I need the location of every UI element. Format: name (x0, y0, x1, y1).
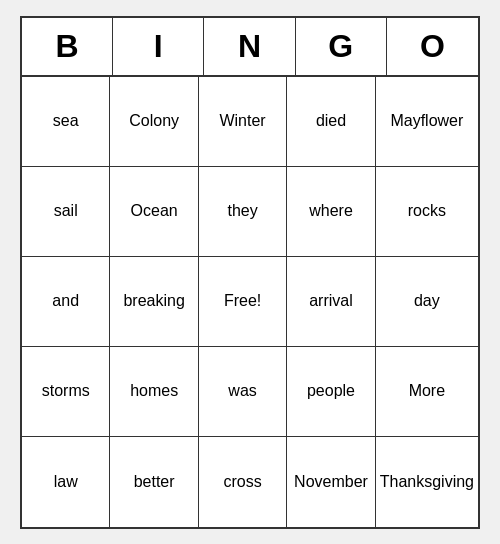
cell-text-22: cross (223, 473, 261, 491)
cell-text-21: better (134, 473, 175, 491)
cell-text-5: sail (54, 202, 78, 220)
cell-text-14: day (414, 292, 440, 310)
header-letter-n: N (204, 18, 295, 75)
cell-0: sea (22, 77, 110, 167)
cell-text-13: arrival (309, 292, 353, 310)
cell-11: breaking (110, 257, 198, 347)
cell-text-12: Free! (224, 292, 261, 310)
cell-14: day (376, 257, 478, 347)
cell-text-3: died (316, 112, 346, 130)
cell-12: Free! (199, 257, 287, 347)
cell-17: was (199, 347, 287, 437)
cell-text-20: law (54, 473, 78, 491)
header-letter-b: B (22, 18, 113, 75)
cell-23: November (287, 437, 375, 527)
cell-text-18: people (307, 382, 355, 400)
cell-text-6: Ocean (131, 202, 178, 220)
cell-9: rocks (376, 167, 478, 257)
cell-text-16: homes (130, 382, 178, 400)
cell-text-0: sea (53, 112, 79, 130)
header-letter-g: G (296, 18, 387, 75)
cell-5: sail (22, 167, 110, 257)
cell-18: people (287, 347, 375, 437)
cell-3: died (287, 77, 375, 167)
cell-text-17: was (228, 382, 256, 400)
cell-text-7: they (227, 202, 257, 220)
cell-7: they (199, 167, 287, 257)
header-letter-o: O (387, 18, 478, 75)
cell-text-1: Colony (129, 112, 179, 130)
cell-4: Mayflower (376, 77, 478, 167)
bingo-card: BINGO seaColonyWinterdiedMayflowersailOc… (20, 16, 480, 529)
cell-16: homes (110, 347, 198, 437)
cell-13: arrival (287, 257, 375, 347)
cell-text-24: Thanksgiving (380, 473, 474, 491)
cell-text-19: More (409, 382, 445, 400)
cell-text-15: storms (42, 382, 90, 400)
cell-20: law (22, 437, 110, 527)
cell-text-2: Winter (219, 112, 265, 130)
cell-6: Ocean (110, 167, 198, 257)
cell-text-4: Mayflower (390, 112, 463, 130)
cell-2: Winter (199, 77, 287, 167)
cell-21: better (110, 437, 198, 527)
cell-text-10: and (52, 292, 79, 310)
cell-24: Thanksgiving (376, 437, 478, 527)
bingo-header: BINGO (22, 18, 478, 77)
cell-19: More (376, 347, 478, 437)
cell-text-9: rocks (408, 202, 446, 220)
cell-1: Colony (110, 77, 198, 167)
cell-22: cross (199, 437, 287, 527)
cell-text-8: where (309, 202, 353, 220)
cell-text-11: breaking (123, 292, 184, 310)
cell-8: where (287, 167, 375, 257)
cell-text-23: November (294, 473, 368, 491)
bingo-grid: seaColonyWinterdiedMayflowersailOceanthe… (22, 77, 478, 527)
cell-15: storms (22, 347, 110, 437)
cell-10: and (22, 257, 110, 347)
header-letter-i: I (113, 18, 204, 75)
